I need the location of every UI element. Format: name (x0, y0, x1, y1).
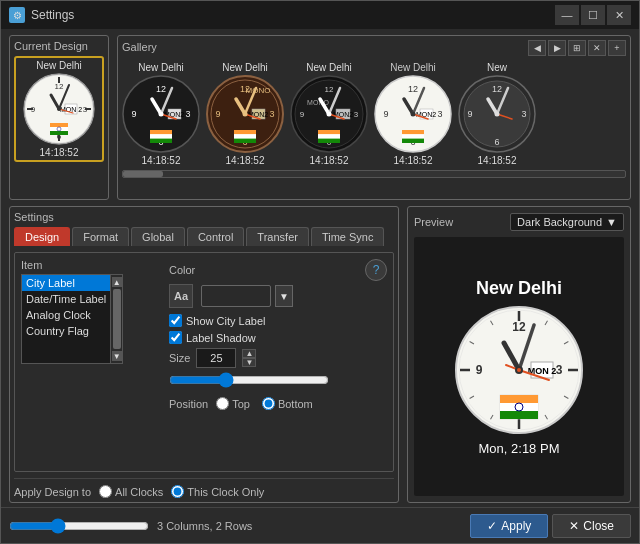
size-slider-container (169, 372, 329, 391)
gallery-clock-2: 12 3 6 9 MONO MON2 (206, 75, 284, 153)
svg-text:3: 3 (185, 109, 190, 119)
svg-rect-65 (318, 139, 340, 143)
color-section: Color ? Aa ▼ Show City Label (169, 259, 387, 410)
show-city-label-row: Show City Label (169, 314, 387, 327)
apply-all-clocks-radio[interactable] (99, 485, 112, 498)
window-title: Settings (31, 8, 555, 22)
gallery-grid-button[interactable]: ⊞ (568, 40, 586, 56)
svg-text:3: 3 (83, 105, 88, 114)
svg-rect-13 (50, 123, 68, 127)
position-bottom-text: Bottom (278, 398, 313, 410)
svg-text:9: 9 (215, 109, 220, 119)
color-dropdown-arrow[interactable]: ▼ (275, 285, 293, 307)
size-up-button[interactable]: ▲ (242, 349, 256, 358)
size-input[interactable] (196, 348, 236, 368)
close-button-label: Close (583, 519, 614, 533)
size-section: Size ▲ ▼ (169, 348, 387, 391)
gallery-item[interactable]: New Delhi 12 3 6 9 MON2 (374, 62, 452, 166)
label-shadow-row: Label Shadow (169, 331, 387, 344)
tab-control[interactable]: Control (187, 227, 244, 246)
preview-dropdown-arrow-icon: ▼ (606, 216, 617, 228)
tab-timesync[interactable]: Time Sync (311, 227, 385, 246)
apply-button[interactable]: ✓ Apply (470, 514, 548, 538)
tab-transfer[interactable]: Transfer (246, 227, 309, 246)
svg-text:MON2: MON2 (416, 111, 436, 118)
item-country-flag[interactable]: Country Flag (22, 323, 110, 339)
gallery-item[interactable]: New Delhi 12 3 6 9 MON2 (122, 62, 200, 166)
color-swatch[interactable] (201, 285, 271, 307)
tab-design[interactable]: Design (14, 227, 70, 246)
settings-tabs: Design Format Global Control Transfer Ti… (14, 227, 394, 246)
svg-rect-117 (500, 403, 538, 411)
gallery-scrollbar[interactable] (122, 170, 626, 178)
gallery-time-3: 14:18:52 (310, 155, 349, 166)
gallery-prev-button[interactable]: ◀ (528, 40, 546, 56)
apply-design-row: Apply Design to All Clocks This Clock On… (14, 478, 394, 498)
item-list-scroll-up[interactable]: ▲ (112, 277, 122, 287)
help-button[interactable]: ? (365, 259, 387, 281)
close-x-icon: ✕ (569, 519, 579, 533)
item-list-scroll-thumb (113, 289, 121, 349)
position-top-radio[interactable] (216, 397, 229, 410)
current-design-label: Current Design (14, 40, 104, 52)
svg-text:3: 3 (354, 110, 359, 119)
size-row: Size ▲ ▼ (169, 348, 387, 368)
gallery-clock-4: 12 3 6 9 MON2 (374, 75, 452, 153)
item-list: City Label Date/Time Label Analog Clock … (21, 274, 111, 364)
minimize-button[interactable]: — (555, 5, 579, 25)
gallery-city-5: New (487, 62, 507, 73)
title-bar: ⚙ Settings — ☐ ✕ (1, 1, 639, 29)
color-picker-row: Aa ▼ (169, 284, 387, 308)
item-city-label[interactable]: City Label (22, 275, 110, 291)
label-shadow-checkbox[interactable] (169, 331, 182, 344)
aa-font-icon[interactable]: Aa (169, 284, 193, 308)
bottom-area: Settings Design Format Global Control Tr… (9, 206, 631, 503)
position-bottom-label: Bottom (262, 397, 313, 410)
svg-point-125 (517, 368, 521, 372)
item-list-scroll-down[interactable]: ▼ (112, 351, 122, 361)
columns-rows-info: 3 Columns, 2 Rows (157, 520, 252, 532)
size-down-button[interactable]: ▼ (242, 358, 256, 367)
svg-rect-31 (150, 139, 172, 143)
bottom-buttons: ✓ Apply ✕ Close (470, 514, 631, 538)
current-clock-wrapper[interactable]: New Delhi 12 3 6 9 (14, 56, 104, 162)
gallery-clock-1: 12 3 6 9 MON2 (122, 75, 200, 153)
svg-text:12: 12 (156, 84, 166, 94)
maximize-button[interactable]: ☐ (581, 5, 605, 25)
close-action-button[interactable]: ✕ Close (552, 514, 631, 538)
apply-this-clock-radio[interactable] (171, 485, 184, 498)
tab-format[interactable]: Format (72, 227, 129, 246)
svg-text:9: 9 (31, 105, 36, 114)
app-icon: ⚙ (9, 7, 25, 23)
svg-text:9: 9 (476, 363, 483, 377)
gallery-add-button[interactable]: + (608, 40, 626, 56)
svg-text:3: 3 (269, 109, 274, 119)
gallery-remove-button[interactable]: ✕ (588, 40, 606, 56)
svg-point-52 (243, 112, 248, 117)
zoom-slider[interactable] (9, 518, 149, 534)
svg-rect-79 (402, 134, 424, 138)
bottom-slider-area: 3 Columns, 2 Rows (9, 518, 470, 534)
gallery-item[interactable]: New Delhi 12 3 6 9 MONO MON2 (206, 62, 284, 166)
gallery-next-button[interactable]: ▶ (548, 40, 566, 56)
item-datetime-label[interactable]: Date/Time Label (22, 291, 110, 307)
window-close-button[interactable]: ✕ (607, 5, 631, 25)
settings-panel: Settings Design Format Global Control Tr… (9, 206, 399, 503)
gallery-item[interactable]: New 12 3 6 9 14: (458, 62, 536, 166)
size-slider[interactable] (169, 372, 329, 388)
item-section: Item City Label Date/Time Label Analog C… (21, 259, 161, 410)
svg-rect-29 (150, 130, 172, 134)
svg-point-20 (57, 107, 61, 111)
tab-global[interactable]: Global (131, 227, 185, 246)
position-bottom-radio[interactable] (262, 397, 275, 410)
apply-all-clocks-label: All Clocks (99, 485, 163, 498)
svg-point-94 (495, 112, 500, 117)
size-spinner: ▲ ▼ (242, 349, 256, 367)
position-radio-group: Top Bottom (216, 397, 313, 410)
item-analog-clock[interactable]: Analog Clock (22, 307, 110, 323)
preview-background-dropdown[interactable]: Dark Background ▼ (510, 213, 624, 231)
gallery-label: Gallery (122, 41, 157, 53)
gallery-item[interactable]: New Delhi 12 3 6 9 MONO MON2 (290, 62, 368, 166)
color-label-text: Color (169, 264, 195, 276)
show-city-label-checkbox[interactable] (169, 314, 182, 327)
